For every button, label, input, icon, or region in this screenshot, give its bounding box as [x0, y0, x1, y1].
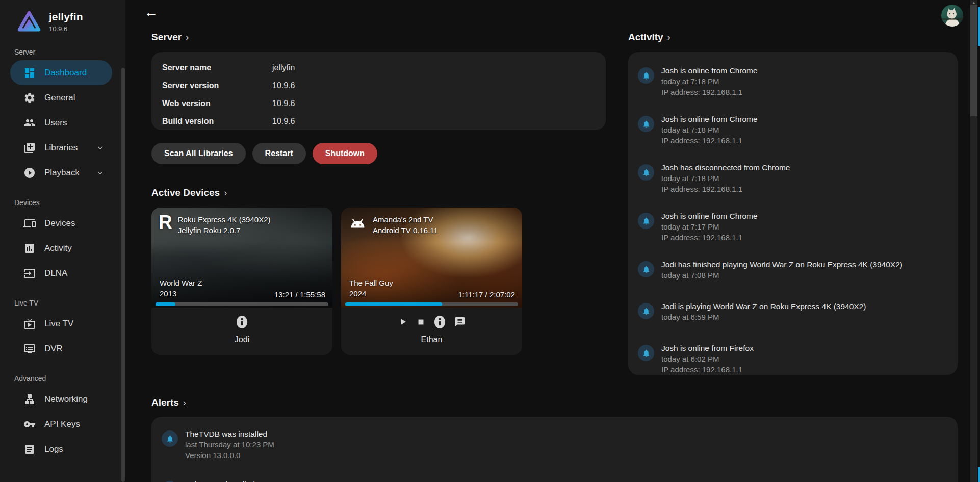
active-devices-heading[interactable]: Active Devices ›	[151, 187, 227, 198]
activity-time: today at 7:18 PM	[661, 173, 790, 184]
session-user-name: Jodi	[235, 335, 249, 344]
sidebar-item-activity[interactable]: Activity	[10, 236, 112, 261]
info-icon[interactable]	[236, 315, 248, 329]
row-value: 10.9.6	[272, 81, 295, 90]
playback-progress-fill	[156, 302, 175, 306]
user-avatar[interactable]	[941, 5, 963, 27]
sidebar-item-users[interactable]: Users	[10, 110, 112, 135]
restart-button[interactable]: Restart	[252, 143, 306, 164]
sidebar-item-dashboard[interactable]: Dashboard	[10, 60, 112, 85]
jellyfin-logo-icon	[17, 10, 41, 34]
playback-progress-fill	[345, 302, 442, 306]
networking-icon	[23, 393, 36, 405]
stop-icon[interactable]	[417, 318, 425, 326]
sidebar-item-label: Live TV	[44, 319, 73, 329]
sidebar-item-networking[interactable]: Networking	[10, 387, 112, 412]
chevron-right-icon: ›	[667, 32, 670, 43]
activity-title: Josh is online from Chrome	[661, 65, 758, 76]
device-card-roku[interactable]: R Roku Express 4K (3940X2) Jellyfin Roku…	[151, 208, 332, 355]
server-section-heading[interactable]: Server ›	[151, 32, 189, 43]
sidebar-item-label: Libraries	[44, 143, 78, 153]
activity-item: Josh has disconnected from Chrome today …	[638, 162, 958, 194]
sidebar-item-label: DVR	[44, 344, 63, 354]
device-name: Amanda's 2nd TV	[373, 214, 438, 225]
heading-label: Alerts	[151, 397, 179, 409]
playback-progress-bar	[156, 302, 328, 306]
activity-item: Jodi is playing World War Z on Roku Expr…	[638, 301, 958, 322]
bell-icon	[638, 164, 654, 181]
activity-time: today at 6:02 PM	[661, 353, 754, 364]
scrollbar-up-arrow-icon[interactable]: ▲	[970, 1, 977, 5]
cat-avatar-image	[941, 5, 963, 27]
sidebar-item-dlna[interactable]: DLNA	[10, 261, 112, 286]
playback-time: 13:21 / 1:55:58	[274, 290, 325, 299]
client-version: Android TV 0.16.11	[373, 225, 438, 236]
arrow-left-icon: ←	[144, 4, 158, 20]
activity-icon	[23, 242, 36, 255]
app-name: jellyfin	[49, 11, 83, 22]
bell-icon	[638, 213, 654, 229]
server-info-row: Server version 10.9.6	[151, 77, 606, 94]
playback-icon	[23, 167, 36, 179]
sidebar-item-libraries[interactable]: Libraries	[10, 135, 112, 160]
sidebar-scrollbar-thumb[interactable]	[121, 68, 125, 482]
chevron-right-icon: ›	[186, 32, 189, 43]
row-label: Web version	[162, 99, 272, 108]
devices-icon	[23, 217, 36, 230]
logs-icon	[23, 443, 36, 455]
server-actions: Scan All Libraries Restart Shutdown	[151, 143, 377, 164]
sidebar-item-logs[interactable]: Logs	[10, 437, 112, 462]
alert-title: TheTVDB was installed	[185, 428, 274, 439]
sidebar-item-label: Activity	[44, 243, 72, 253]
sidebar-item-playback[interactable]: Playback	[10, 160, 112, 185]
alert-title: AniDB was installed	[185, 479, 255, 482]
session-user-name: Ethan	[421, 335, 443, 344]
activity-heading[interactable]: Activity ›	[628, 32, 670, 43]
alerts-heading[interactable]: Alerts ›	[151, 397, 186, 409]
dashboard-icon	[23, 67, 36, 79]
activity-item: Josh is online from Chrome today at 7:18…	[638, 65, 958, 97]
sidebar-item-api-keys[interactable]: API Keys	[10, 412, 112, 437]
sidebar-item-label: Dashboard	[44, 68, 87, 78]
sidebar-item-label: Logs	[44, 444, 63, 454]
play-icon[interactable]	[398, 317, 408, 327]
sidebar-item-dvr[interactable]: DVR	[10, 336, 112, 361]
sidebar-item-label: Users	[44, 118, 67, 128]
chevron-right-icon: ›	[224, 188, 227, 198]
activity-ip: IP address: 192.168.1.1	[661, 184, 790, 194]
row-label: Server version	[162, 81, 272, 90]
api-keys-icon	[23, 418, 36, 430]
sidebar-item-general[interactable]: General	[10, 85, 112, 110]
dlna-icon	[23, 267, 36, 280]
bell-icon	[638, 345, 654, 361]
sidebar-nav: Devices Activity DLNA	[10, 211, 112, 286]
app-logo-row: jellyfin 10.9.6	[0, 0, 125, 35]
message-icon[interactable]	[454, 316, 466, 327]
shutdown-button[interactable]: Shutdown	[313, 143, 377, 164]
users-icon	[23, 117, 36, 129]
device-card-android-tv[interactable]: Amanda's 2nd TV Android TV 0.16.11 The F…	[341, 208, 522, 355]
activity-ip: IP address: 192.168.1.1	[661, 232, 758, 243]
media-title: World War Z	[160, 277, 202, 288]
activity-time: today at 6:59 PM	[661, 312, 866, 322]
activity-title: Josh has disconnected from Chrome	[661, 162, 790, 173]
alerts-card: TheTVDB was installed last Thursday at 1…	[151, 417, 958, 482]
sidebar-item-live-tv[interactable]: Live TV	[10, 311, 112, 336]
sidebar-item-label: Playback	[44, 168, 80, 178]
media-title: The Fall Guy	[349, 277, 393, 288]
activity-ip: IP address: 192.168.1.1	[661, 364, 754, 375]
scan-all-libraries-button[interactable]: Scan All Libraries	[151, 143, 246, 164]
page-scrollbar-thumb[interactable]	[970, 5, 977, 116]
device-card-footer: Jodi	[151, 308, 332, 355]
bell-icon	[638, 116, 654, 132]
back-button[interactable]: ←	[144, 5, 158, 19]
bell-icon	[638, 303, 654, 319]
device-card-footer: Ethan	[341, 308, 522, 355]
info-icon[interactable]	[434, 315, 446, 329]
heading-label: Activity	[628, 32, 663, 43]
window-edge-accent-bottom	[978, 467, 980, 482]
sidebar-item-label: API Keys	[44, 419, 80, 429]
sidebar-item-devices[interactable]: Devices	[10, 211, 112, 236]
activity-item: Josh is online from Chrome today at 7:17…	[638, 211, 958, 243]
alert-item: AniDB was installed	[162, 479, 958, 482]
